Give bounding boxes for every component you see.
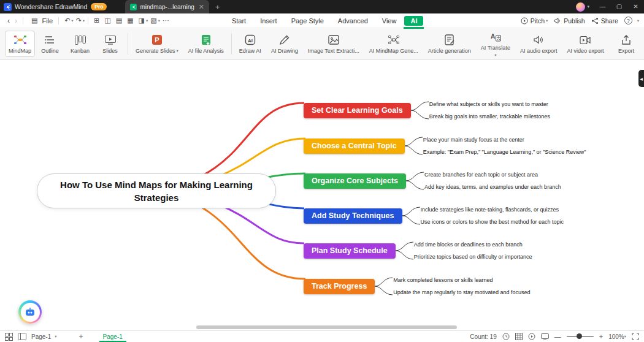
menu-view[interactable]: View	[376, 16, 403, 26]
menu-insert[interactable]: Insert	[254, 16, 283, 26]
tool-edraw-ai[interactable]: AI Edraw AI	[234, 28, 266, 59]
branch-add-study-techniques: Add Study Techniques Include strategies …	[304, 201, 564, 230]
subtopic[interactable]: Define what subjects or skills you want …	[429, 101, 550, 108]
viewmode-mindmap[interactable]: MindMap	[5, 31, 35, 57]
subtopic[interactable]: Include strategies like note-taking, fla…	[421, 207, 564, 213]
subtopic[interactable]: Update the map regularly to stay motivat…	[393, 289, 530, 296]
account-caret-icon[interactable]: ▾	[587, 4, 589, 9]
subtopic[interactable]: Example: "Exam Prep," "Language Learning…	[423, 149, 586, 156]
menu-ai[interactable]: AI	[404, 16, 423, 26]
clipboard-icon[interactable]: ▦	[125, 17, 136, 25]
topic-node[interactable]: Set Clear Learning Goals	[304, 103, 411, 118]
add-page-button[interactable]: +	[79, 332, 83, 341]
redo-caret-icon[interactable]: ▾	[83, 18, 85, 23]
slideshow-icon[interactable]	[541, 333, 549, 340]
zoom-slider[interactable]	[567, 336, 594, 337]
menu-start[interactable]: Start	[226, 16, 252, 26]
play-circle-icon	[521, 17, 528, 25]
tool-ai-file-analysis[interactable]: AI file Analysis	[183, 28, 229, 59]
subtopic[interactable]: Mark completed lessons or skills learned	[393, 277, 530, 284]
zoom-slider-knob[interactable]	[577, 333, 582, 339]
generate-slides-icon: P	[151, 34, 163, 46]
document-tab[interactable]: mindmap-...learning ✕	[125, 0, 209, 13]
sidebar-toggle-icon[interactable]	[18, 333, 26, 340]
tool-article-generation[interactable]: Article generation	[423, 28, 476, 59]
menu-page-style[interactable]: Page Style	[285, 16, 330, 26]
divider	[88, 17, 88, 25]
divider	[23, 17, 23, 25]
subtopic[interactable]: Add key ideas, terms, and examples under…	[424, 184, 561, 191]
slides-view-icon	[105, 34, 116, 46]
generate-slides-caret-icon: ▾	[177, 48, 178, 53]
topic-node[interactable]: Plan Study Schedule	[304, 243, 396, 259]
topic-node[interactable]: Choose a Central Topic	[304, 139, 405, 154]
right-panel-collapse-button[interactable]: ◀	[638, 70, 644, 87]
tool-ai-mindmap-generation[interactable]: AI MindMap Gene...	[364, 28, 423, 59]
page-selector[interactable]: Page-1	[31, 333, 51, 340]
insert-topic-icon[interactable]: ⊞	[91, 17, 102, 25]
branch-track-progress: Track Progress Mark completed lessons or…	[304, 272, 530, 301]
spreadsheet-icon[interactable]	[515, 333, 523, 340]
subtopic[interactable]: Break big goals into smaller, trackable …	[429, 113, 550, 120]
topic-node[interactable]: Add Study Techniques	[304, 208, 402, 224]
page-selector-caret-icon[interactable]: ▾	[55, 334, 56, 339]
menu-advanced[interactable]: Advanced	[332, 16, 374, 26]
subtopic[interactable]: Use icons or colors to show the best met…	[421, 219, 564, 226]
edraw-ai-icon: AI	[245, 34, 256, 46]
tool-ai-audio-export[interactable]: AI audio export	[515, 28, 562, 59]
page-overview-icon[interactable]	[5, 333, 13, 341]
outline-view-icon	[45, 34, 56, 46]
divider	[128, 33, 128, 55]
minimize-button[interactable]: —	[594, 0, 611, 13]
avatar[interactable]	[576, 2, 585, 12]
ai-mindmap-generation-icon	[388, 34, 399, 46]
zoom-in-button[interactable]: +	[599, 333, 603, 340]
viewmode-outline[interactable]: Outline	[35, 31, 65, 57]
help-caret-icon[interactable]: ▾	[637, 18, 639, 23]
close-button[interactable]: ✕	[627, 0, 644, 13]
new-tab-button[interactable]: +	[215, 2, 220, 12]
subtopic[interactable]: Prioritize topics based on difficulty or…	[414, 254, 532, 260]
tab-close-icon[interactable]: ✕	[199, 3, 204, 11]
tool-ai-video-export[interactable]: AI video export	[562, 28, 608, 59]
share-button[interactable]: Share	[591, 17, 618, 25]
file-menu[interactable]: ▤ File	[26, 17, 55, 25]
tool-image-text-extraction[interactable]: Image Text Extracti...	[303, 28, 364, 59]
subtopic[interactable]: Add time blocks or deadlines to each bra…	[414, 241, 532, 248]
subtopic[interactable]: Place your main study focus at the cente…	[423, 137, 586, 143]
topic-count: Count: 19	[470, 333, 496, 340]
mindmap-canvas[interactable]: How To Use Mind Maps for Making Learning…	[0, 60, 644, 330]
forward-button[interactable]: ›	[12, 17, 20, 25]
central-topic[interactable]: How To Use Mind Maps for Making Learning…	[37, 173, 276, 208]
print-icon[interactable]: ▤	[113, 17, 125, 25]
zoom-out-button[interactable]: —	[554, 333, 561, 340]
tool-generate-slides[interactable]: P Generate Slides▾	[131, 28, 183, 59]
subtopic-connector	[405, 131, 423, 161]
tab-title: mindmap-...learning	[140, 4, 194, 10]
play-presentation-icon[interactable]	[528, 333, 535, 340]
tool-ai-translate[interactable]: A AI Translate ▾	[476, 28, 515, 59]
tool-ai-drawing[interactable]: AI Drawing	[266, 28, 303, 59]
viewmode-kanban[interactable]: Kanban	[65, 31, 95, 57]
topic-node[interactable]: Organize Core Subjects	[304, 173, 406, 189]
maximize-button[interactable]: ▢	[611, 0, 627, 13]
zoom-level[interactable]: 100%▾	[608, 333, 626, 340]
app-logo-icon	[4, 3, 12, 11]
more-tools-icon[interactable]: ⋯	[160, 17, 172, 25]
export-button[interactable]: Export	[613, 28, 639, 59]
fullscreen-icon[interactable]	[632, 333, 639, 340]
ai-assistant-button[interactable]	[18, 300, 42, 324]
publish-button[interactable]: Publish	[554, 17, 585, 25]
help-icon[interactable]: ?	[624, 17, 632, 25]
timer-icon[interactable]	[502, 333, 510, 340]
floating-topic-icon[interactable]: ◫	[102, 17, 113, 25]
viewmode-slides[interactable]: Slides	[95, 31, 125, 57]
mindmap-view-icon	[14, 34, 26, 46]
page-tab-active[interactable]: Page-1	[99, 331, 126, 342]
horizontal-scrollbar[interactable]	[196, 325, 457, 329]
pitch-button[interactable]: Pitch ▾	[521, 17, 548, 25]
back-button[interactable]: ‹	[5, 17, 12, 25]
topic-node[interactable]: Track Progress	[304, 279, 375, 294]
ribbon-toolbar: MindMap Outline Kanban Slides P Generate…	[0, 28, 644, 60]
subtopic[interactable]: Create branches for each topic or subjec…	[424, 172, 561, 178]
